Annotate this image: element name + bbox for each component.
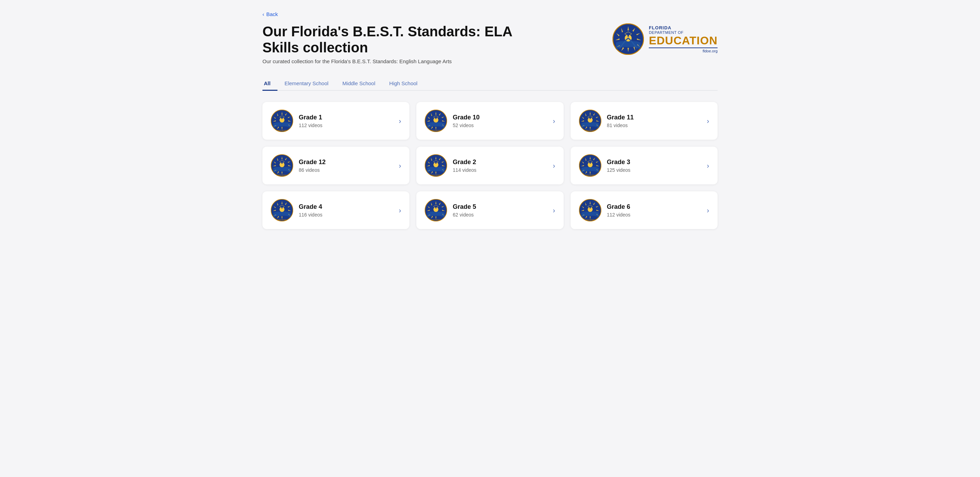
cards-grid: EDUCATION Grade 1 112 videos › [262,102,718,229]
svg-text:EDUCATION: EDUCATION [432,129,441,131]
card-title-grade3: Grade 3 [607,158,631,166]
card-videos-grade4: 116 videos [299,212,323,217]
svg-rect-151 [436,206,437,209]
card-chevron-icon: › [707,206,709,214]
back-label: Back [266,11,278,17]
card-info-grade2: Grade 2 114 videos [453,158,476,173]
card-title-grade6: Grade 6 [607,203,631,211]
card-title-grade1: Grade 1 [299,114,323,121]
card-info-grade4: Grade 4 116 videos [299,203,323,217]
svg-rect-83 [282,162,283,164]
svg-text:EDUCATION: EDUCATION [432,174,441,176]
card-left-grade10: EDUCATION Grade 10 52 videos [425,110,479,132]
card-chevron-icon: › [399,206,401,214]
card-left-grade2: EDUCATION Grade 2 114 videos [425,154,476,177]
card-left-grade12: EDUCATION Grade 12 86 videos [271,154,326,177]
card-chevron-icon: › [553,117,555,125]
card-left-grade6: EDUCATION Grade 6 112 videos [579,199,631,222]
page-subtitle: Our curated collection for the Florida's… [262,58,718,64]
fdoe-card-logo-icon: EDUCATION [425,199,447,222]
card-videos-grade10: 52 videos [453,123,479,128]
svg-text:EDUCATION: EDUCATION [585,129,594,131]
card-left-grade3: EDUCATION Grade 3 125 videos [579,154,631,177]
header-row: Our Florida's B.E.S.T. Standards: ELA Sk… [262,23,718,56]
card-videos-grade11: 81 videos [607,123,634,128]
card-left-grade4: EDUCATION Grade 4 116 videos [271,199,323,222]
grade-card-grade1[interactable]: EDUCATION Grade 1 112 videos › [262,102,409,140]
svg-rect-117 [589,162,590,164]
card-title-grade10: Grade 10 [453,114,479,121]
card-left-grade11: EDUCATION Grade 11 81 videos [579,110,634,132]
fdoe-card-logo-icon: EDUCATION [271,199,293,222]
grade-card-grade4[interactable]: EDUCATION Grade 4 116 videos › [262,191,409,229]
svg-rect-168 [589,206,590,209]
tab-high[interactable]: High School [382,77,425,91]
grade-card-grade10[interactable]: EDUCATION Grade 10 52 videos › [416,102,563,140]
card-info-grade6: Grade 6 112 videos [607,203,631,217]
fdoe-card-logo-icon: EDUCATION [271,110,293,132]
card-info-grade5: Grade 5 62 videos [453,203,476,217]
card-info-grade10: Grade 10 52 videos [453,114,479,128]
svg-text:EDUCATION: EDUCATION [432,219,441,221]
card-chevron-icon: › [707,162,709,170]
card-title-grade11: Grade 11 [607,114,634,121]
grade-card-grade11[interactable]: EDUCATION Grade 11 81 videos › [571,102,718,140]
card-videos-grade12: 86 videos [299,167,326,173]
page-title: Our Florida's B.E.S.T. Standards: ELA Sk… [262,23,542,56]
card-title-grade5: Grade 5 [453,203,476,211]
fdoe-card-logo-icon: EDUCATION [579,154,601,177]
card-title-grade12: Grade 12 [299,158,326,166]
back-arrow-icon: ‹ [262,11,264,17]
grade-card-grade6[interactable]: EDUCATION Grade 6 112 videos › [571,191,718,229]
fdoe-card-logo-icon: EDUCATION [579,199,601,222]
svg-rect-49 [436,117,437,119]
svg-text:EDUCATION: EDUCATION [585,219,594,221]
grade-card-grade12[interactable]: EDUCATION Grade 12 86 videos › [262,147,409,184]
card-videos-grade2: 114 videos [453,167,476,173]
card-info-grade1: Grade 1 112 videos [299,114,323,128]
fdoe-card-logo-icon: EDUCATION [271,154,293,177]
fdoe-card-logo-icon: EDUCATION [425,154,447,177]
grade-card-grade5[interactable]: EDUCATION Grade 5 62 videos › [416,191,563,229]
logo-url-text: fldoe.org [703,49,718,53]
card-left-grade5: EDUCATION Grade 5 62 videos [425,199,476,222]
svg-text:EDUCATION: EDUCATION [278,219,286,221]
fdoe-card-logo-icon: EDUCATION [579,110,601,132]
tabs-bar: All Elementary School Middle School High… [262,77,718,91]
card-videos-grade6: 112 videos [607,212,631,217]
tab-middle[interactable]: Middle School [336,77,382,91]
grade-card-grade2[interactable]: EDUCATION Grade 2 114 videos › [416,147,563,184]
card-chevron-icon: › [399,162,401,170]
card-chevron-icon: › [553,206,555,214]
card-videos-grade5: 62 videos [453,212,476,217]
card-info-grade11: Grade 11 81 videos [607,114,634,128]
card-info-grade3: Grade 3 125 videos [607,158,631,173]
card-chevron-icon: › [707,117,709,125]
logo-education-text: Education [649,35,718,47]
page-container: ‹ Back Our Florida's B.E.S.T. Standards:… [246,0,734,240]
grade-card-grade3[interactable]: EDUCATION Grade 3 125 videos › [571,147,718,184]
fdoe-card-logo-icon: EDUCATION [425,110,447,132]
svg-text:EDUCATION: EDUCATION [278,174,286,176]
logo-divider [649,48,718,48]
card-chevron-icon: › [553,162,555,170]
svg-text:EDUCATION: EDUCATION [585,174,594,176]
tab-elementary[interactable]: Elementary School [277,77,336,91]
card-left-grade1: EDUCATION Grade 1 112 videos [271,110,323,132]
back-link[interactable]: ‹ Back [262,11,278,17]
card-title-grade4: Grade 4 [299,203,323,211]
svg-rect-134 [282,206,283,209]
svg-text:EDUCATION: EDUCATION [278,129,286,131]
svg-rect-16 [627,34,629,37]
card-chevron-icon: › [399,117,401,125]
svg-rect-32 [282,117,283,119]
svg-rect-100 [436,162,437,164]
card-videos-grade3: 125 videos [607,167,631,173]
fdoe-logo-icon [612,23,644,55]
card-info-grade12: Grade 12 86 videos [299,158,326,173]
card-title-grade2: Grade 2 [453,158,476,166]
card-videos-grade1: 112 videos [299,123,323,128]
tab-all[interactable]: All [262,77,277,91]
logo-text-block: Florida Department of Education fldoe.or… [649,25,718,53]
svg-rect-66 [589,117,590,119]
